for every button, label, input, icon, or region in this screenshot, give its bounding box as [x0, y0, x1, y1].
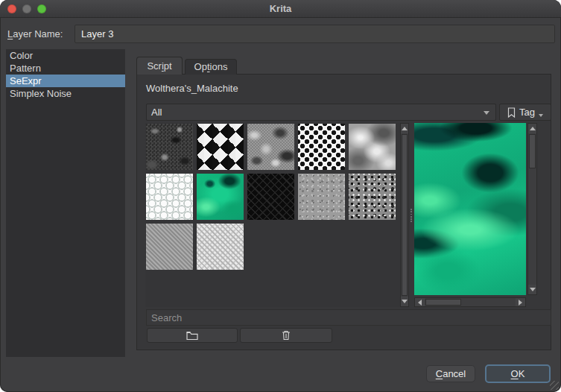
bookmark-icon — [507, 107, 516, 118]
pattern-thumbnail-ring-lattice[interactable] — [146, 174, 193, 220]
preview-hscroll-thumb[interactable] — [425, 299, 461, 306]
current-pattern-name: Wolthera's_Malachite — [146, 83, 238, 94]
import-resource-button[interactable] — [147, 328, 238, 343]
layer-name-label: Layer Name: — [7, 28, 63, 39]
scroll-left-icon[interactable] — [415, 298, 425, 306]
folder-icon — [186, 331, 198, 341]
scroll-down-icon[interactable] — [401, 297, 408, 306]
window-title: Krita — [0, 0, 561, 18]
tag-button[interactable]: Tag — [499, 104, 551, 121]
pattern-thumbnail-splatter[interactable] — [349, 174, 396, 220]
scroll-up-icon[interactable] — [401, 124, 408, 133]
preview-scrollbar-horizontal[interactable] — [414, 297, 526, 307]
titlebar[interactable]: Krita — [0, 0, 561, 18]
layer-name-input[interactable] — [75, 25, 555, 43]
tab-options[interactable]: Options — [185, 59, 237, 75]
chevron-down-icon — [484, 111, 489, 115]
pattern-thumbnail-gray-mottle[interactable] — [247, 124, 294, 170]
tag-filter-value: All — [151, 107, 162, 118]
scroll-right-icon[interactable] — [516, 298, 525, 306]
list-item-color[interactable]: Color — [6, 49, 125, 62]
pattern-thumbnail-halftone-dots[interactable] — [298, 124, 345, 170]
pattern-thumbnail-rock-dark[interactable] — [146, 124, 193, 170]
generator-type-list[interactable]: ColorPatternSeExprSimplex Noise — [6, 49, 125, 357]
pattern-thumbnail-soft-clouds[interactable] — [349, 124, 396, 170]
tag-filter-combobox[interactable]: All — [146, 104, 496, 121]
cancel-button[interactable]: Cancel — [426, 365, 475, 382]
pattern-thumbnail-malachite[interactable] — [197, 174, 244, 220]
pattern-grid[interactable] — [145, 123, 400, 307]
pattern-thumbnail-houndstooth[interactable] — [197, 224, 244, 270]
list-item-simplex-noise[interactable]: Simplex Noise — [6, 87, 125, 100]
trash-icon — [282, 330, 291, 341]
preview-scrollbar-vertical[interactable] — [527, 123, 537, 295]
pattern-thumbnail-triangle-mosaic[interactable] — [197, 124, 244, 170]
tag-button-label: Tag — [519, 107, 535, 118]
delete-resource-button[interactable] — [240, 328, 332, 343]
scroll-up-icon[interactable] — [528, 124, 536, 133]
pattern-thumbnail-diagonal-weave[interactable] — [146, 224, 193, 270]
krita-pattern-dialog: Krita Layer Name: ColorPatternSeExprSimp… — [0, 0, 561, 392]
tab-script[interactable]: Script — [136, 57, 183, 75]
grid-scrollbar-vertical[interactable] — [400, 123, 409, 307]
pattern-thumbnail-dark-maze[interactable] — [247, 174, 294, 220]
list-item-pattern[interactable]: Pattern — [6, 62, 125, 75]
ok-button[interactable]: OK — [485, 364, 551, 383]
list-item-seexpr[interactable]: SeExpr — [6, 75, 125, 87]
search-input[interactable] — [146, 309, 551, 326]
tag-menu-caret-icon — [539, 114, 543, 117]
splitter-handle[interactable] — [410, 209, 412, 222]
pattern-preview-image — [414, 123, 526, 295]
scroll-down-icon[interactable] — [528, 285, 536, 294]
preview-vscroll-thumb[interactable] — [529, 134, 536, 168]
resize-grip[interactable] — [550, 381, 559, 390]
grid-scrollbar-thumb[interactable] — [402, 134, 408, 296]
pattern-thumbnail-concrete[interactable] — [298, 174, 345, 220]
